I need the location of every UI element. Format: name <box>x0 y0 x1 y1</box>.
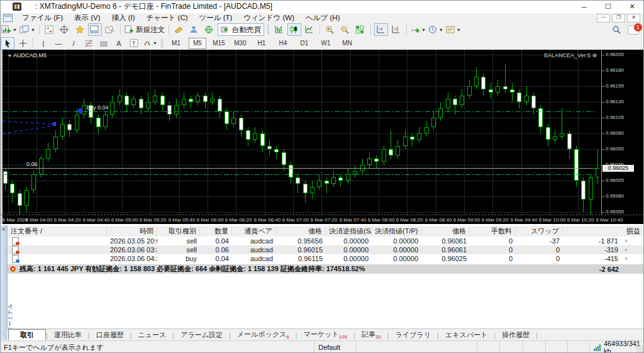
indicator-close-icon[interactable]: ⊗ <box>592 52 597 59</box>
tab-取引[interactable]: 取引 <box>8 329 46 341</box>
trade-table-header[interactable]: 注文番号 /時間取引種別数量通貨ペア価格決済逆指値(S/L)決済指値(T/P)価… <box>8 226 644 237</box>
bar-chart-mode-button[interactable] <box>272 23 286 36</box>
indicators-button[interactable]: ▼ <box>410 23 426 36</box>
arrows-tool-button[interactable]: ▼ <box>142 37 158 50</box>
text-tool-button[interactable]: A <box>112 37 126 50</box>
crosshair-tool-button[interactable] <box>16 37 30 50</box>
auto-scroll-button[interactable] <box>374 23 388 36</box>
tab-ニュース[interactable]: ニュース <box>132 330 173 340</box>
navigator-button[interactable] <box>73 23 87 36</box>
column-header[interactable]: スワップ <box>516 227 563 236</box>
chart-plot[interactable] <box>3 50 599 215</box>
period-button-m5[interactable]: M5 <box>189 38 206 49</box>
period-button-d1[interactable]: D1 <box>296 38 313 49</box>
text-label-tool-button[interactable]: T <box>127 37 141 50</box>
close-button[interactable]: ✕ <box>620 0 644 13</box>
terminal-strip-close-icon[interactable]: ✕ <box>1 227 6 232</box>
search-icon[interactable] <box>612 25 621 34</box>
row-close-cell[interactable]: × <box>621 255 644 262</box>
chart-close-button[interactable]: ✕ <box>627 14 640 23</box>
row-close-cell[interactable]: × <box>621 238 644 244</box>
templates-button[interactable]: ▼ <box>445 23 462 36</box>
column-header[interactable]: 損益 <box>563 227 644 236</box>
period-button-h1[interactable]: H1 <box>253 38 270 49</box>
tab-口座履歴[interactable]: 口座履歴 <box>90 330 130 340</box>
close-position-icon[interactable]: × <box>625 255 641 262</box>
table-row[interactable]: 2026.03.06 04:35:00buy0.04audcad0.961150… <box>8 254 644 263</box>
period-button-w1[interactable]: W1 <box>317 38 335 49</box>
auto-trading-button[interactable]: 自動売買 <box>218 23 264 36</box>
resize-grip[interactable] <box>636 345 643 353</box>
chart-minimize-button[interactable]: ─ <box>597 14 610 23</box>
chart-area[interactable]: ▼ AUDCAD,M5 BALANCEA_Ver:5 ⊗ buy 0.04 0.… <box>0 50 644 224</box>
strategy-tester-button[interactable] <box>103 23 117 36</box>
notifications-icon[interactable]: 1 <box>628 25 639 35</box>
close-position-icon[interactable]: × <box>625 238 641 244</box>
periods-dropdown-button[interactable]: ▼ <box>428 23 444 36</box>
table-row[interactable]: 2026.03.05 20:00:00sell0.04audcad0.95656… <box>8 237 644 245</box>
cursor-tool-button[interactable] <box>1 37 14 50</box>
column-header[interactable]: 注文番号 / <box>8 227 107 236</box>
community-button[interactable] <box>187 23 201 36</box>
chart-collapse-icon[interactable]: ▼ <box>8 53 12 58</box>
menu-item-0[interactable]: ファイル (F) <box>16 13 69 23</box>
column-header[interactable]: 価格 <box>421 227 470 236</box>
web-button[interactable] <box>203 23 216 36</box>
candle-body <box>496 86 500 92</box>
chart-shift-button[interactable] <box>389 23 403 36</box>
time-tick-label: 6 Mar 05:40 <box>164 217 199 223</box>
data-window-button[interactable] <box>58 23 72 36</box>
profiles-button[interactable]: ▼ <box>19 23 36 36</box>
horizontal-line-tool-button[interactable]: — <box>52 37 65 50</box>
tab-アラーム設定[interactable]: アラーム設定 <box>174 330 229 340</box>
tile-windows-button[interactable] <box>353 23 367 36</box>
maximize-button[interactable]: ☐ <box>596 0 620 13</box>
metaeditor-button[interactable] <box>172 23 186 36</box>
period-button-m30[interactable]: M30 <box>231 38 249 49</box>
menu-item-6[interactable]: ヘルプ (H) <box>300 13 345 23</box>
tab-メールボックス[interactable]: メールボックス6 <box>231 330 296 340</box>
zoom-out-button[interactable] <box>338 23 352 36</box>
market-watch-button[interactable] <box>43 23 57 36</box>
channel-tool-button[interactable] <box>97 37 111 50</box>
column-header[interactable]: 決済逆指値(S/L) <box>326 227 372 236</box>
chart-symbol-label[interactable]: ▼ AUDCAD,M5 <box>8 52 47 59</box>
tab-ライブラリ[interactable]: ライブラリ <box>389 330 437 340</box>
line-chart-mode-button[interactable] <box>303 23 316 36</box>
close-position-icon[interactable]: × <box>625 247 641 253</box>
period-button-m1[interactable]: M1 <box>167 38 185 49</box>
tab-マーケット[interactable]: マーケット105 <box>297 330 353 340</box>
column-header[interactable]: 数量 <box>200 227 232 236</box>
terminal-button[interactable] <box>88 23 102 36</box>
vertical-line-tool-button[interactable]: | <box>36 37 50 50</box>
tab-運用比率[interactable]: 運用比率 <box>48 330 88 340</box>
period-button-m15[interactable]: M15 <box>210 38 228 49</box>
candlestick-mode-button[interactable] <box>287 23 301 36</box>
column-header[interactable]: 決済指値(T/P) <box>372 227 421 236</box>
menu-item-2[interactable]: 挿入 (I) <box>106 13 141 23</box>
period-button-mn[interactable]: MN <box>338 38 356 49</box>
menu-item-4[interactable]: ツール (T) <box>194 13 238 23</box>
status-profile[interactable]: Default <box>314 341 357 353</box>
column-header[interactable]: 取引種別 <box>157 227 200 236</box>
zoom-in-button[interactable] <box>323 23 337 36</box>
tab-記事[interactable]: 記事30 <box>355 330 387 340</box>
tab-操作履歴[interactable]: 操作履歴 <box>496 330 536 340</box>
tab-エキスパート[interactable]: エキスパート <box>439 330 494 340</box>
period-button-h4[interactable]: H4 <box>274 38 292 49</box>
column-header[interactable]: 時間 <box>107 227 157 236</box>
new-order-button[interactable]: 新規注文 <box>124 23 165 36</box>
menu-item-3[interactable]: チャート (C) <box>141 13 194 23</box>
column-header[interactable]: 通貨ペア <box>232 227 276 236</box>
fibonacci-tool-button[interactable] <box>82 37 96 50</box>
new-chart-button[interactable]: ▼ <box>1 23 18 36</box>
minimize-button[interactable]: ─ <box>572 0 596 13</box>
menu-item-5[interactable]: ウィンドウ (W) <box>238 13 300 23</box>
column-header[interactable]: 手数料 <box>470 227 516 236</box>
menu-item-1[interactable]: 表示 (V) <box>69 13 106 23</box>
row-close-cell[interactable]: × <box>621 247 644 253</box>
column-header[interactable]: 価格 <box>276 227 326 236</box>
trendline-tool-button[interactable]: / <box>67 37 80 50</box>
table-row[interactable]: 2026.03.06 03:35:28sell0.06audcad0.96015… <box>8 245 644 254</box>
chart-restore-button[interactable]: ❐ <box>612 14 625 23</box>
